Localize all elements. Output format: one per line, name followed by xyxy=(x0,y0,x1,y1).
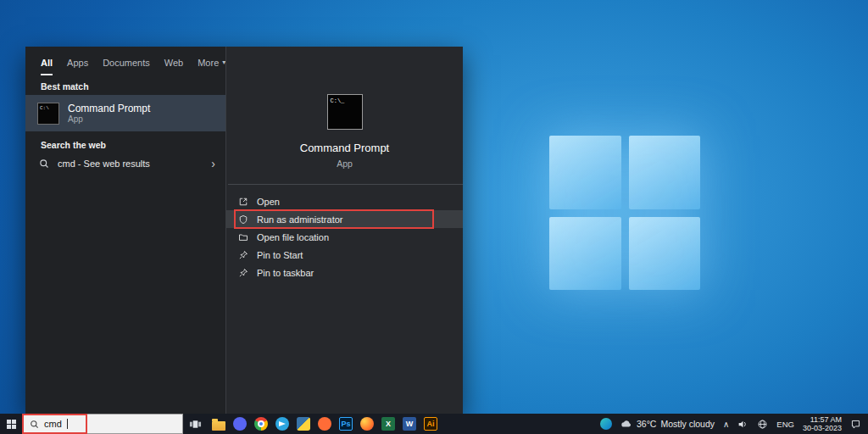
task-view-icon xyxy=(189,418,202,431)
logo-pane xyxy=(549,217,621,291)
postman-icon[interactable] xyxy=(318,417,331,431)
start-search-panel: All Apps Documents Web More ▾ 0 … × xyxy=(25,47,463,414)
photoshop-icon[interactable]: Ps xyxy=(339,417,353,431)
tab-documents[interactable]: Documents xyxy=(103,47,150,78)
taskbar: cmd Ps X W Ai 36°C Mostly cloudy xyxy=(0,414,868,434)
text-cursor xyxy=(67,419,68,429)
result-subtitle: App xyxy=(68,114,150,125)
action-label: Open file location xyxy=(257,232,329,242)
tab-apps[interactable]: Apps xyxy=(67,47,88,78)
word-icon[interactable]: W xyxy=(403,417,416,431)
task-view-button[interactable] xyxy=(183,418,207,431)
system-tray: 36°C Mostly cloudy ∧ ENG 11:57 AM 30-03-… xyxy=(600,414,868,434)
date-text: 30-03-2023 xyxy=(803,424,842,432)
chevron-right-icon[interactable]: › xyxy=(211,158,215,170)
search-tabs: All Apps Documents Web More ▾ xyxy=(41,47,225,78)
preview-divider xyxy=(228,184,463,185)
open-icon xyxy=(238,197,248,207)
edge-icon[interactable] xyxy=(600,418,612,430)
action-run-as-administrator[interactable]: Run as administrator xyxy=(226,210,463,228)
tab-more-label: More xyxy=(198,58,219,68)
windows-wallpaper-logo xyxy=(549,136,700,290)
telegram-icon[interactable] xyxy=(275,417,289,431)
action-center-icon[interactable] xyxy=(850,419,861,430)
result-preview-pane: Command Prompt App Open Run as administr… xyxy=(226,47,463,414)
command-prompt-icon-large xyxy=(327,94,363,130)
search-icon xyxy=(39,159,49,169)
show-hidden-icons-chevron[interactable]: ∧ xyxy=(723,420,729,429)
best-match-texts: Command Prompt App xyxy=(68,103,150,125)
command-prompt-icon xyxy=(37,103,59,125)
chrome-icon[interactable] xyxy=(254,417,268,431)
pin-icon xyxy=(238,268,248,278)
temperature-text: 36°C xyxy=(637,419,656,429)
file-explorer-icon[interactable] xyxy=(212,417,225,431)
start-button[interactable] xyxy=(0,414,22,434)
discord-icon[interactable] xyxy=(233,417,247,431)
pin-icon xyxy=(238,250,248,260)
web-result-label: cmd - See web results xyxy=(58,159,150,169)
web-section-label: Search the web xyxy=(41,140,106,150)
cloud-icon xyxy=(620,418,632,430)
tab-web[interactable]: Web xyxy=(164,47,183,78)
firefox-icon[interactable] xyxy=(360,417,374,431)
logo-pane xyxy=(629,136,701,209)
clock[interactable]: 11:57 AM 30-03-2023 xyxy=(803,415,842,432)
context-actions: Open Run as administrator Open file loca… xyxy=(226,192,463,281)
volume-icon[interactable] xyxy=(737,419,748,430)
best-match-section-label: Best match xyxy=(41,81,89,92)
action-open-file-location[interactable]: Open file location xyxy=(226,228,463,246)
admin-shield-icon xyxy=(238,214,248,225)
folder-icon xyxy=(238,232,248,242)
action-open[interactable]: Open xyxy=(226,192,463,210)
weather-widget[interactable]: 36°C Mostly cloudy xyxy=(620,418,715,430)
action-label: Pin to taskbar xyxy=(257,268,314,278)
action-label: Run as administrator xyxy=(257,214,343,225)
logo-pane xyxy=(629,217,701,291)
search-icon xyxy=(30,420,39,429)
weather-condition-text: Mostly cloudy xyxy=(660,419,715,429)
tab-all[interactable]: All xyxy=(41,47,53,78)
search-query-text: cmd xyxy=(44,419,62,429)
desktop: All Apps Documents Web More ▾ 0 … × xyxy=(0,0,868,434)
language-indicator[interactable]: ENG xyxy=(776,420,794,429)
action-pin-to-taskbar[interactable]: Pin to taskbar xyxy=(226,264,463,281)
illustrator-icon[interactable]: Ai xyxy=(424,417,437,431)
action-label: Pin to Start xyxy=(257,250,303,260)
preview-title: Command Prompt xyxy=(226,142,463,154)
action-label: Open xyxy=(257,197,280,207)
preview-subtitle: App xyxy=(226,159,463,169)
taskbar-search-input[interactable]: cmd xyxy=(22,414,183,434)
web-search-result[interactable]: cmd - See web results › xyxy=(25,153,225,173)
network-icon[interactable] xyxy=(757,419,768,430)
time-text: 11:57 AM xyxy=(803,415,842,424)
tab-more[interactable]: More ▾ xyxy=(198,47,225,78)
excel-icon[interactable]: X xyxy=(381,417,395,431)
pinned-apps: Ps X W Ai xyxy=(212,417,437,431)
logo-pane xyxy=(549,136,621,209)
result-title: Command Prompt xyxy=(68,103,150,114)
action-pin-to-start[interactable]: Pin to Start xyxy=(226,246,463,264)
python-icon[interactable] xyxy=(297,417,310,431)
windows-start-icon xyxy=(7,420,16,429)
best-match-result[interactable]: Command Prompt App xyxy=(25,95,225,131)
